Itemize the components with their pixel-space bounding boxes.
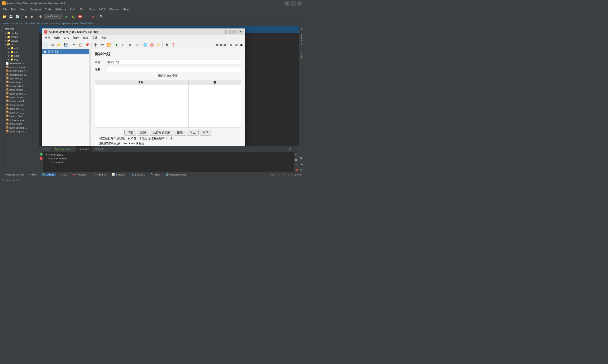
statusbar-services[interactable]: 🔧 Services: [129, 173, 147, 176]
ide-maximize-button[interactable]: □: [291, 1, 296, 6]
down-button[interactable]: 向下: [200, 130, 211, 136]
teardown-checkbox[interactable]: [95, 142, 98, 145]
jmeter-shutdown-button[interactable]: ⏻: [134, 42, 140, 48]
breadcrumb-jmeter[interactable]: jmeter: [72, 22, 79, 25]
toolbar-run-button[interactable]: ▶: [64, 13, 70, 20]
breadcrumb-newdriver[interactable]: NewDriver: [81, 22, 93, 25]
add-button[interactable]: 添加: [137, 130, 149, 136]
jmeter-run-no-pause-button[interactable]: ⏭: [121, 42, 127, 48]
ide-close-button[interactable]: ✕: [297, 1, 302, 6]
tree-item-config[interactable]: ▶ 📁 config: [4, 31, 39, 35]
toolbar-back-button[interactable]: ◀: [23, 13, 29, 20]
menu-code[interactable]: Code: [43, 7, 53, 12]
debug-pin-button[interactable]: 📌: [294, 168, 298, 172]
debug-minimize-button[interactable]: ─: [293, 147, 298, 151]
statusbar-version-control[interactable]: ⑂ Version Control: [2, 173, 26, 176]
jmeter-menu-file[interactable]: 文件: [43, 36, 52, 40]
tree-item-batik-ext[interactable]: 📦 batik-ext-1.1...: [4, 107, 39, 111]
console-tab[interactable]: Console: [92, 146, 107, 152]
jmeter-copy-button[interactable]: 📋: [78, 42, 84, 48]
jmeter-expand-button[interactable]: ➕: [92, 42, 99, 48]
jmeter-remote-run-button[interactable]: 🌐: [142, 42, 148, 48]
jmeter-menu-run[interactable]: 运行: [71, 36, 81, 40]
breadcrumb-main[interactable]: main: [42, 22, 48, 25]
tree-item-batik-dom[interactable]: 📦 batik-dom-1...: [4, 103, 39, 107]
tree-item-batik-anim[interactable]: 📦 batik-anim-1...: [4, 80, 39, 84]
debug-collapse-all-button[interactable]: ↕: [294, 163, 298, 167]
breadcrumb-launcher[interactable]: launcher: [25, 22, 35, 25]
jmeter-menu-help[interactable]: 帮助: [100, 36, 109, 40]
tree-item-accessors[interactable]: 📦 accessors-sm...: [4, 65, 39, 69]
jmeter-tree-item-testplan[interactable]: 📋 测试计划: [42, 49, 89, 54]
right-back-button[interactable]: ◀: [299, 162, 304, 166]
jmeter-tree[interactable]: 📋 测试计划: [42, 49, 89, 146]
ide-minimize-button[interactable]: ─: [285, 1, 290, 6]
tree-item-batik-css[interactable]: 📦 batik-css-1.1...: [4, 99, 39, 103]
statusbar-statistic[interactable]: 📊 Statistic: [110, 173, 127, 176]
up-button[interactable]: 向上: [187, 130, 199, 136]
debug-tree-srclauncher[interactable]: :srclaunche...: [45, 160, 67, 164]
jmeter-save-button[interactable]: 💾: [63, 42, 69, 48]
jmeter-remote-shutdown-button[interactable]: ⚡: [155, 42, 162, 48]
toolbar-pause-button[interactable]: ⏸: [83, 13, 90, 20]
tree-item-batik-i18n[interactable]: 📦 batik-i18n-1...: [4, 115, 39, 118]
menu-run[interactable]: Run: [78, 7, 87, 12]
toolbar-debug-button[interactable]: 🐛: [70, 13, 76, 20]
debug-settings-button[interactable]: ⚙: [287, 147, 292, 151]
breadcrumb-src2[interactable]: src: [37, 22, 40, 25]
jmeter-collapse-button[interactable]: ➖: [99, 42, 105, 48]
delete-button[interactable]: 删除: [174, 130, 186, 136]
toolbar-forward-button[interactable]: ▶: [29, 13, 35, 20]
comment-input[interactable]: [106, 67, 241, 72]
statusbar-todo[interactable]: TODO: [58, 173, 69, 176]
structure-sidebar-label[interactable]: S: [1, 30, 3, 32]
tree-item-batik-bridge[interactable]: 📦 batik-bridge-...: [4, 88, 39, 92]
tree-item-batik-const[interactable]: 📦 batik-consta...: [4, 96, 39, 99]
tree-item-api[interactable]: ▶ 📁 api: [4, 46, 39, 50]
breadcrumb-jmeter-master[interactable]: jmeter-master: [2, 22, 18, 25]
project-tree[interactable]: ▶ 📁 config ▶ 📁 extras ▶ 📁 gradle ▼ 📂: [4, 31, 39, 172]
jmeter-help-button[interactable]: ❓: [170, 42, 176, 48]
jmeter-log-toggle-button[interactable]: ◉: [239, 42, 244, 48]
tree-resize-handle[interactable]: ⋮: [89, 49, 91, 146]
menu-file[interactable]: File: [1, 7, 9, 12]
tree-item-extras[interactable]: ▶ 📁 extras: [4, 35, 39, 39]
detail-button[interactable]: 详细: [124, 130, 136, 136]
toolbar-run-config-button[interactable]: ⚙: [37, 13, 43, 20]
toolbar-stop-build-button[interactable]: ⛔: [77, 13, 83, 20]
tree-item-lib[interactable]: ▼ 📂 lib: [4, 43, 39, 46]
debug-settings-icon-button[interactable]: ⚙: [294, 153, 298, 156]
tree-item-apiguardian[interactable]: 📦 apiguardian-a...: [4, 73, 39, 77]
toolbar-open-button[interactable]: 📁: [1, 13, 7, 20]
tree-item-batik-gvt[interactable]: 📦 batik-gvt-1.1...: [4, 111, 39, 115]
jmeter-maximize-button[interactable]: □: [232, 30, 237, 34]
right-search-button[interactable]: 🔍: [299, 156, 304, 160]
independent-threads-checkbox[interactable]: [95, 137, 98, 140]
debug-tree-master[interactable]: ▼ jmeter-master: [45, 156, 67, 160]
menu-edit[interactable]: Edit: [9, 7, 18, 12]
tree-item-gradle[interactable]: ▶ 📁 gradle: [4, 39, 39, 43]
tree-item-junit[interactable]: ▶ 📁 junit: [4, 54, 39, 58]
breadcrumb-apache[interactable]: apache: [62, 22, 70, 25]
menu-window[interactable]: Window: [107, 7, 121, 12]
jmeter-template-button[interactable]: 🗂: [50, 42, 56, 48]
right-forward-button[interactable]: ▶: [299, 168, 304, 172]
statusbar-run[interactable]: ▶ Run: [28, 173, 39, 176]
tree-item-batik-shared[interactable]: 📦 batik-shared-...: [4, 126, 39, 130]
right-settings-button[interactable]: ⚙: [299, 27, 304, 31]
jmeter-toggle-button[interactable]: 🔀: [106, 42, 112, 48]
toolbar-save-button[interactable]: 💾: [8, 13, 14, 20]
debug-tree-root[interactable]: ▼ jmeter-mas...: [45, 153, 67, 156]
tree-item-batik-script[interactable]: 📦 batik-script-...: [4, 122, 39, 126]
jmeter-run-button[interactable]: ▶: [114, 42, 120, 48]
tree-item-batik-codec[interactable]: 📦 batik-codec-...: [4, 92, 39, 96]
tree-item-ext[interactable]: ▶ 📁 ext: [4, 50, 39, 54]
jmeter-menu-search[interactable]: 查找: [62, 36, 71, 40]
project-sidebar-label[interactable]: P: [1, 27, 3, 28]
menu-navigate[interactable]: Navigate: [28, 7, 43, 12]
toolbar-stop-button[interactable]: ■: [90, 13, 96, 20]
jmeter-open-button[interactable]: 📂: [56, 42, 62, 48]
tree-item-batik-awt[interactable]: 📦 batik-awt-uti...: [4, 84, 39, 88]
jmeter-paste-button[interactable]: 📌: [84, 42, 90, 48]
run-config-dropdown[interactable]: NewDriver ▾: [44, 14, 62, 19]
